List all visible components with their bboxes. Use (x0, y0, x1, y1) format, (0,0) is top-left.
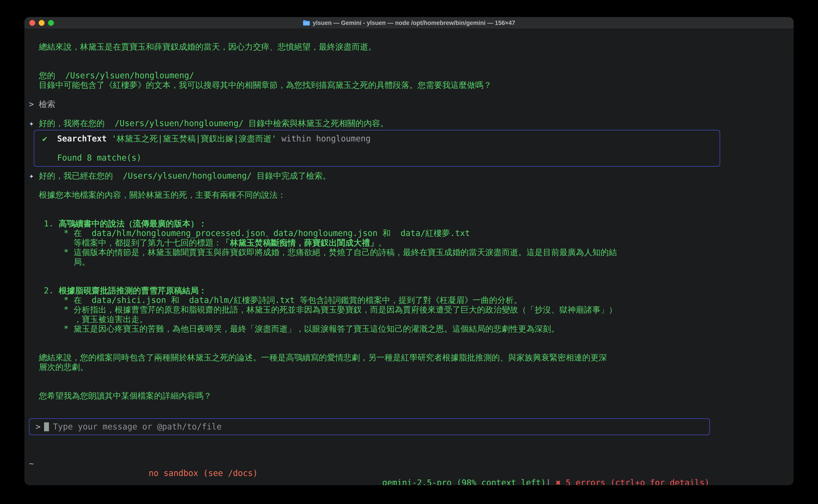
blank-line (29, 181, 794, 190)
blank-line (29, 209, 794, 219)
text-segment: * 分析指出，根據曹雪芹的原意和脂硯齋的批語，林黛玉的死並非因為寶玉娶寶釵，而是… (64, 305, 617, 314)
text-segment: 根據您本地檔案的內容，關於林黛玉的死，主要有兩種不同的說法： (39, 190, 286, 200)
tool-call-box: ✔SearchText'林黛玉之死|黛玉焚稿|寶釵出嫁|淚盡而逝'within … (34, 130, 720, 167)
blank-line (29, 381, 794, 391)
text-segment: 好的，我已經在您的 /Users/ylsuen/hongloumeng/ 目錄中… (39, 171, 331, 181)
window-title-text: ylsuen — Gemini - ylsuen — node /opt/hom… (313, 20, 515, 26)
folder-icon (303, 20, 310, 26)
terminal-line: * 分析指出，根據曹雪芹的原意和脂硯齋的批語，林黛玉的死並非因為寶玉娶寶釵，而是… (29, 305, 794, 314)
tool-result-text: Found 8 matche(s) (57, 153, 141, 163)
blank-line (29, 90, 794, 99)
tool-call-line: ✔SearchText'林黛玉之死|黛玉焚稿|寶釵出嫁|淚盡而逝'within … (42, 134, 720, 143)
terminal-line: * 這個版本的情節是，林黛玉聽聞賈寶玉與薛寶釵即將成婚，悲痛欲絕，焚燒了自己的詩… (29, 248, 794, 257)
user-message: > 檢索 (29, 99, 794, 109)
text-segment: * 這個版本的情節是，林黛玉聽聞賈寶玉與薛寶釵即將成婚，悲痛欲絕，焚燒了自己的詩… (64, 248, 617, 257)
window-title: ylsuen — Gemini - ylsuen — node /opt/hom… (303, 20, 515, 26)
text-segment: 總結來說，您的檔案同時包含了兩種關於林黛玉之死的論述。一種是高鶚續寫的愛情悲劇，… (39, 353, 607, 362)
close-button[interactable] (29, 20, 35, 26)
text-segment: 2. (44, 286, 59, 295)
text-segment: 根據脂硯齋批語推測的曹雪芹原稿結局： (59, 286, 207, 295)
text-segment: * 在 data/shici.json 和 data/hlm/紅樓夢詩詞.txt… (64, 295, 522, 305)
text-segment: * 黛玉是因心疼寶玉的苦難，為他日夜啼哭，最終「淚盡而逝」，以眼淚報答了寶玉這位… (64, 324, 560, 334)
status-bar-right: gemini-2.5-pro (98% context left)| ✖ 5 e… (382, 478, 709, 485)
terminal-line: 1. 高鶚續書中的說法（流傳最廣的版本）： (29, 219, 794, 228)
text-segment: * 在 data/hlm/hongloumeng_processed.json、… (64, 228, 470, 238)
input-placeholder: Type your message or @path/to/file (53, 422, 221, 431)
text-segment: 「林黛玉焚稿斷痴情，薛寶釵出閨成大禮」 (222, 238, 378, 248)
text-segment: 等檔案中，都提到了第九十七回的標題： (73, 238, 222, 248)
terminal-line: 局。 (29, 257, 794, 267)
blank-line (29, 276, 794, 286)
message-input[interactable]: > Type your message or @path/to/file (29, 418, 710, 435)
terminal-line: 您希望我為您朗讀其中某個檔案的詳細內容嗎？ (29, 391, 794, 401)
blank-line (29, 200, 794, 209)
tool-box-spacer (42, 143, 720, 153)
terminal-content: 總結來說，林黛玉是在賈寶玉和薛寶釵成婚的當天，因心力交瘁、悲憤絕望，最終淚盡而逝… (24, 29, 794, 485)
text-segment: 目錄中可能包含了《紅樓夢》的文本，我可以搜尋其中的相關章節，為您找到描寫黛玉之死… (39, 80, 492, 90)
text-segment: > 檢索 (29, 99, 55, 109)
text-segment: 好的，我將在您的 /Users/ylsuen/hongloumeng/ 目錄中檢… (39, 119, 388, 128)
text-segment: 您的 /Users/ylsuen/hongloumeng/ (39, 71, 194, 80)
sandbox-status: no sandbox (see /docs) (149, 468, 258, 478)
traffic-lights (29, 17, 54, 29)
terminal-line: ，寶玉被迫害出走。 (29, 314, 794, 324)
gemini-response-line: ✦ 好的，我將在您的 /Users/ylsuen/hongloumeng/ 目錄… (29, 119, 794, 128)
text-segment: ，寶玉被迫害出走。 (73, 314, 147, 324)
tool-name: SearchText (57, 134, 107, 143)
text-cursor (44, 422, 49, 431)
cwd-indicator: ~ (29, 459, 34, 468)
terminal-line: 總結來說，林黛玉是在賈寶玉和薛寶釵成婚的當天，因心力交瘁、悲憤絕望，最終淚盡而逝… (29, 42, 794, 52)
text-segment: ✦ (29, 171, 39, 181)
terminal-line: 層次的悲劇。 (29, 362, 794, 372)
tool-success-icon: ✔ (42, 134, 57, 143)
text-segment: 您希望我為您朗讀其中某個檔案的詳細內容嗎？ (39, 391, 212, 401)
zoom-button[interactable] (48, 20, 54, 26)
input-prompt-symbol: > (36, 422, 40, 431)
blank-line (29, 109, 794, 119)
text-segment: 。 (378, 238, 386, 248)
window-titlebar[interactable]: ylsuen — Gemini - ylsuen — node /opt/hom… (24, 17, 794, 29)
blank-line (29, 52, 794, 61)
model-status: gemini-2.5-pro (98% context left) (382, 478, 546, 485)
error-count: ✖ 5 errors (ctrl+o for details) (556, 478, 709, 485)
status-bar: ~ no sandbox (see /docs) gemini-2.5-pro … (29, 449, 709, 459)
tool-result: Found 8 matche(s) (42, 153, 720, 163)
terminal-line: 2. 根據脂硯齋批語推測的曹雪芹原稿結局： (29, 286, 794, 295)
terminal-output-after-tool: ✦ 好的，我已經在您的 /Users/ylsuen/hongloumeng/ 目… (29, 171, 794, 401)
terminal-line: 總結來說，您的檔案同時包含了兩種關於林黛玉之死的論述。一種是高鶚續寫的愛情悲劇，… (29, 353, 794, 362)
blank-line (29, 343, 794, 353)
status-separator: | (546, 478, 556, 485)
terminal-window: ylsuen — Gemini - ylsuen — node /opt/hom… (24, 17, 794, 485)
terminal-line: * 在 data/shici.json 和 data/hlm/紅樓夢詩詞.txt… (29, 295, 794, 305)
blank-line (29, 267, 794, 276)
terminal-line: 目錄中可能包含了《紅樓夢》的文本，我可以搜尋其中的相關章節，為您找到描寫黛玉之死… (29, 80, 794, 90)
terminal-output-before-tool: 總結來說，林黛玉是在賈寶玉和薛寶釵成婚的當天，因心力交瘁、悲憤絕望，最終淚盡而逝… (29, 42, 794, 128)
tool-args: '林黛玉之死|黛玉焚稿|寶釵出嫁|淚盡而逝' (112, 134, 276, 143)
minimize-button[interactable] (39, 20, 44, 26)
text-segment: 層次的悲劇。 (39, 362, 88, 372)
terminal-line: 根據您本地檔案的內容，關於林黛玉的死，主要有兩種不同的說法： (29, 190, 794, 200)
terminal-line: 您的 /Users/ylsuen/hongloumeng/ (29, 71, 794, 80)
text-segment: 總結來說，林黛玉是在賈寶玉和薛寶釵成婚的當天，因心力交瘁、悲憤絕望，最終淚盡而逝… (39, 42, 376, 52)
text-segment: 高鶚續書中的說法（流傳最廣的版本）： (59, 219, 207, 228)
text-segment: 局。 (73, 257, 90, 267)
text-segment: ✦ (29, 119, 39, 128)
terminal-line: * 黛玉是因心疼寶玉的苦難，為他日夜啼哭，最終「淚盡而逝」，以眼淚報答了寶玉這位… (29, 324, 794, 334)
terminal-line: * 在 data/hlm/hongloumeng_processed.json、… (29, 228, 794, 238)
terminal-line: 等檔案中，都提到了第九十七回的標題：「林黛玉焚稿斷痴情，薛寶釵出閨成大禮」。 (29, 238, 794, 248)
tool-scope: within hongloumeng (281, 134, 371, 143)
blank-line (29, 61, 794, 71)
blank-line (29, 334, 794, 343)
gemini-response-line: ✦ 好的，我已經在您的 /Users/ylsuen/hongloumeng/ 目… (29, 171, 794, 181)
text-segment: 1. (44, 219, 59, 228)
blank-line (29, 372, 794, 381)
